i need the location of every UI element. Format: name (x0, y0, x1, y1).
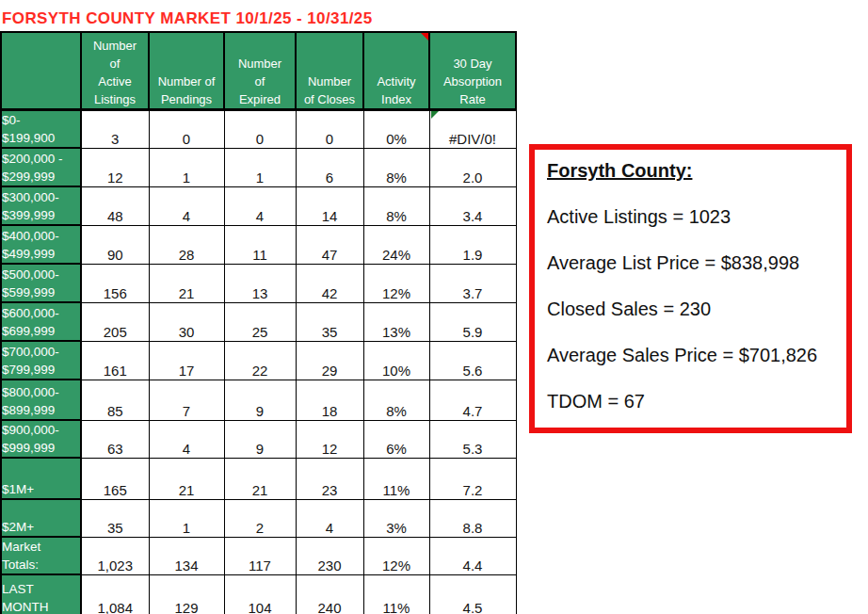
cell-r1c2[interactable]: 1 (224, 148, 296, 186)
cell-r4c3[interactable]: 42 (296, 264, 363, 302)
cell-r7c4[interactable]: 8% (363, 380, 429, 420)
cell-r0c0[interactable]: 3 (81, 109, 149, 148)
cell-r0c5[interactable]: #DIV/0! (429, 109, 516, 148)
col-header-4[interactable]: Activity Index (363, 32, 429, 109)
cell-r5c2[interactable]: 25 (224, 302, 296, 341)
cell-r6c5[interactable]: 5.6 (429, 341, 516, 380)
cell-r8c1[interactable]: 4 (149, 420, 224, 458)
cell-r3c3[interactable]: 47 (296, 225, 363, 264)
cell-r11c1[interactable]: 134 (149, 537, 224, 574)
cell-r4c4[interactable]: 12% (363, 264, 429, 302)
row-label-5[interactable]: $600,000- $699,999 (1, 302, 81, 341)
cell-r9c1[interactable]: 21 (149, 458, 224, 499)
cell-r0c1[interactable]: 0 (149, 109, 224, 148)
cell-r7c2[interactable]: 9 (224, 380, 296, 420)
col-header-3[interactable]: Number of Closes (296, 32, 363, 109)
cell-r11c4[interactable]: 12% (363, 537, 429, 574)
cell-r7c5[interactable]: 4.7 (429, 380, 516, 420)
cell-r2c0[interactable]: 48 (81, 186, 149, 225)
cell-r4c1[interactable]: 21 (149, 264, 224, 302)
row-label-2[interactable]: $300,000- $399,999 (1, 186, 81, 225)
cell-r8c5[interactable]: 5.3 (429, 420, 516, 458)
cell-r11c5[interactable]: 4.4 (429, 537, 516, 574)
row-label-11[interactable]: Market Totals: (1, 537, 81, 574)
corner-cell[interactable] (1, 32, 81, 109)
cell-r10c0[interactable]: 35 (81, 499, 149, 537)
cell-r12c4[interactable]: 11% (363, 574, 429, 614)
cell-r3c1[interactable]: 28 (149, 225, 224, 264)
col-header-5[interactable]: 30 Day Absorption Rate (429, 32, 516, 109)
cell-r12c5[interactable]: 4.5 (429, 574, 516, 614)
cell-r8c2[interactable]: 9 (224, 420, 296, 458)
cell-r3c4[interactable]: 24% (363, 225, 429, 264)
cell-r4c5[interactable]: 3.7 (429, 264, 516, 302)
cell-r3c0[interactable]: 90 (81, 225, 149, 264)
cell-r5c0[interactable]: 205 (81, 302, 149, 341)
cell-r4c2[interactable]: 13 (224, 264, 296, 302)
cell-r5c5[interactable]: 5.9 (429, 302, 516, 341)
cell-r0c3[interactable]: 0 (296, 109, 363, 148)
row-label-0[interactable]: $0- $199,900 (1, 109, 81, 148)
cell-r2c2[interactable]: 4 (224, 186, 296, 225)
cell-r1c5[interactable]: 2.0 (429, 148, 516, 186)
cell-r1c0[interactable]: 12 (81, 148, 149, 186)
cell-r9c4[interactable]: 11% (363, 458, 429, 499)
cell-r6c4[interactable]: 10% (363, 341, 429, 380)
cell-r2c3[interactable]: 14 (296, 186, 363, 225)
cell-r7c1[interactable]: 7 (149, 380, 224, 420)
cell-r1c3[interactable]: 6 (296, 148, 363, 186)
col-header-1[interactable]: Number of Pendings (149, 32, 224, 109)
cell-r8c3[interactable]: 12 (296, 420, 363, 458)
row-label-12[interactable]: LAST MONTH (1, 574, 81, 614)
cell-r10c2[interactable]: 2 (224, 499, 296, 537)
cell-r10c1[interactable]: 1 (149, 499, 224, 537)
cell-r0c2[interactable]: 0 (224, 109, 296, 148)
cell-r12c1[interactable]: 129 (149, 574, 224, 614)
cell-r0c4[interactable]: 0% (363, 109, 429, 148)
cell-r9c2[interactable]: 21 (224, 458, 296, 499)
cell-r9c5[interactable]: 7.2 (429, 458, 516, 499)
row-label-10[interactable]: $2M+ (1, 499, 81, 537)
cell-r6c3[interactable]: 29 (296, 341, 363, 380)
cell-r2c5[interactable]: 3.4 (429, 186, 516, 225)
cell-r10c5[interactable]: 8.8 (429, 499, 516, 537)
cell-r11c3[interactable]: 230 (296, 537, 363, 574)
cell-r12c2[interactable]: 104 (224, 574, 296, 614)
cell-r9c0[interactable]: 165 (81, 458, 149, 499)
cell-r11c0[interactable]: 1,023 (81, 537, 149, 574)
cell-r10c3[interactable]: 4 (296, 499, 363, 537)
row-label-3[interactable]: $400,000- $499,999 (1, 225, 81, 264)
cell-r12c3[interactable]: 240 (296, 574, 363, 614)
cell-r1c1[interactable]: 1 (149, 148, 224, 186)
cell-r5c1[interactable]: 30 (149, 302, 224, 341)
col-header-2[interactable]: Number of Expired (224, 32, 296, 109)
row-label-8[interactable]: $900,000- $999,999 (1, 420, 81, 458)
cell-r3c5[interactable]: 1.9 (429, 225, 516, 264)
cell-value: 35 (322, 324, 338, 340)
cell-r11c2[interactable]: 117 (224, 537, 296, 574)
cell-r10c4[interactable]: 3% (363, 499, 429, 537)
cell-r5c4[interactable]: 13% (363, 302, 429, 341)
cell-r2c1[interactable]: 4 (149, 186, 224, 225)
col-header-0[interactable]: Number of Active Listings (81, 32, 149, 109)
row-label-1[interactable]: $200,000 - $299,999 (1, 148, 81, 186)
cell-r6c0[interactable]: 161 (81, 341, 149, 380)
row-label-7[interactable]: $800,000- $899,999 (1, 380, 81, 420)
cell-r9c3[interactable]: 23 (296, 458, 363, 499)
cell-r3c2[interactable]: 11 (224, 225, 296, 264)
cell-r8c0[interactable]: 63 (81, 420, 149, 458)
cell-r6c2[interactable]: 22 (224, 341, 296, 380)
cell-r7c0[interactable]: 85 (81, 380, 149, 420)
row-label-6[interactable]: $700,000- $799,999 (1, 341, 81, 380)
row-label-9[interactable]: $1M+ (1, 458, 81, 499)
cell-r5c3[interactable]: 35 (296, 302, 363, 341)
cell-r7c3[interactable]: 18 (296, 380, 363, 420)
cell-r4c0[interactable]: 156 (81, 264, 149, 302)
cell-r1c4[interactable]: 8% (363, 148, 429, 186)
cell-r2c4[interactable]: 8% (363, 186, 429, 225)
cell-r8c4[interactable]: 6% (363, 420, 429, 458)
cell-value: 8.8 (463, 520, 483, 536)
cell-r6c1[interactable]: 17 (149, 341, 224, 380)
row-label-4[interactable]: $500,000- $599,999 (1, 264, 81, 302)
cell-r12c0[interactable]: 1,084 (81, 574, 149, 614)
